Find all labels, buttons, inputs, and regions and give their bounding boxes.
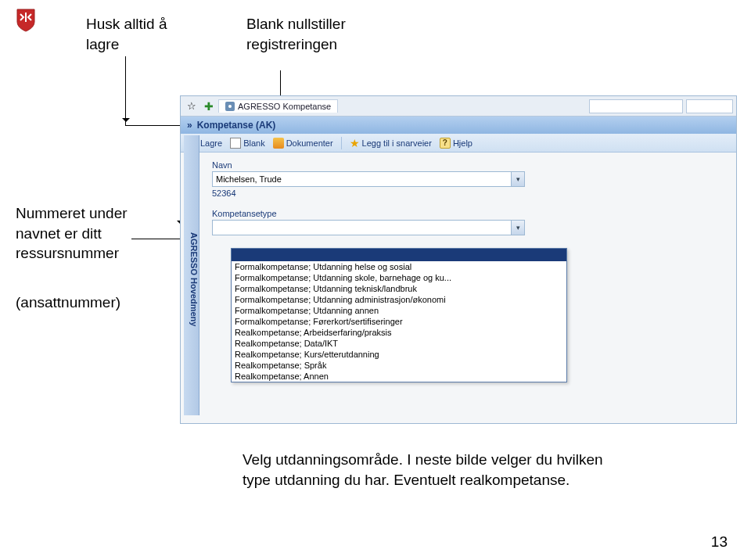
dropdown-option[interactable]: Realkompetanse; Annen bbox=[232, 371, 566, 382]
callout-employee-number: (ansattnummer) bbox=[16, 293, 156, 313]
name-dropdown-icon[interactable]: ▾ bbox=[511, 172, 524, 186]
kompetansetype-dropdown: Formalkompetanse; Utdanning helse og sos… bbox=[231, 248, 567, 382]
tab-label: AGRESSO Kompetanse bbox=[238, 102, 331, 111]
dropdown-option[interactable]: Realkompetanse; Data/IKT bbox=[232, 338, 566, 349]
add-shortcut-button[interactable]: ★ Legg til i snarveier bbox=[350, 137, 432, 149]
blank-icon bbox=[230, 138, 241, 149]
toolbar-divider bbox=[341, 137, 342, 149]
star-icon: ★ bbox=[350, 137, 360, 149]
dropdown-option[interactable]: Realkompetanse; Arbeidserfaring/praksis bbox=[232, 327, 566, 338]
tab-app-icon bbox=[225, 102, 235, 111]
chevron-icon[interactable]: » bbox=[187, 120, 192, 131]
toolbar: Lagre Blank Dokumenter ★ Legg til i snar… bbox=[181, 134, 736, 153]
callout-remember-save: Husk alltid å lagre bbox=[86, 14, 203, 54]
line-to-resnum bbox=[131, 239, 180, 239]
blank-button[interactable]: Blank bbox=[230, 138, 265, 149]
resource-number: 52364 bbox=[212, 188, 727, 198]
help-button[interactable]: ? Hjelp bbox=[440, 138, 473, 149]
tabbar-cell-2 bbox=[686, 99, 733, 113]
documents-icon bbox=[273, 138, 284, 149]
name-label: Navn bbox=[212, 160, 727, 170]
documents-button[interactable]: Dokumenter bbox=[273, 138, 333, 149]
callout-choose-area: Velg utdanningsområde. I neste bilde vel… bbox=[243, 450, 610, 490]
tab-bar: ☆ ✚ AGRESSO Kompetanse bbox=[181, 96, 736, 117]
dropdown-option[interactable]: Realkompetanse; Språk bbox=[232, 360, 566, 371]
title-bar: » Kompetanse (AK) bbox=[181, 117, 736, 134]
save-label: Lagre bbox=[200, 138, 222, 148]
tabbar-cell-1 bbox=[589, 99, 683, 113]
dropdown-option[interactable]: Realkompetanse; Kurs/etterutdanning bbox=[232, 349, 566, 360]
dropdown-selected-blank[interactable] bbox=[232, 249, 566, 261]
form-area: Navn Michelsen, Trude ▾ 52364 Kompetanse… bbox=[181, 153, 736, 243]
dropdown-option[interactable]: Formalkompetanse; Førerkort/sertifiserin… bbox=[232, 316, 566, 327]
tab-kompetanse[interactable]: AGRESSO Kompetanse bbox=[218, 99, 338, 113]
callout-resource-number: Nummeret under navnet er ditt ressursnum… bbox=[16, 203, 156, 264]
name-value: Michelsen, Trude bbox=[216, 174, 282, 184]
name-field[interactable]: Michelsen, Trude ▾ bbox=[212, 171, 525, 187]
favorite-icon[interactable]: ☆ bbox=[184, 100, 199, 112]
help-label: Hjelp bbox=[453, 138, 473, 148]
callout-blank-resets: Blank nullstiller registreringen bbox=[246, 14, 372, 54]
add-shortcut-label: Legg til i snarveier bbox=[362, 138, 432, 148]
add-tab-icon[interactable]: ✚ bbox=[201, 100, 217, 113]
dropdown-option[interactable]: Formalkompetanse; Utdanning teknisk/land… bbox=[232, 283, 566, 294]
shield-logo bbox=[16, 8, 36, 33]
dropdown-option[interactable]: Formalkompetanse; Utdanning helse og sos… bbox=[232, 261, 566, 272]
kompetansetype-label: Kompetansetype bbox=[212, 209, 727, 218]
dropdown-option[interactable]: Formalkompetanse; Utdanning annen bbox=[232, 305, 566, 316]
kompetansetype-field[interactable]: ▾ bbox=[212, 220, 525, 235]
dropdown-option[interactable]: Formalkompetanse; Utdanning skole, barne… bbox=[232, 272, 566, 283]
blank-label: Blank bbox=[243, 138, 265, 148]
arrow-to-save bbox=[125, 56, 126, 125]
page-number: 13 bbox=[711, 533, 728, 551]
kompetansetype-dropdown-icon[interactable]: ▾ bbox=[511, 221, 524, 235]
window-title: Kompetanse (AK) bbox=[197, 120, 276, 131]
documents-label: Dokumenter bbox=[286, 138, 333, 148]
help-icon: ? bbox=[440, 138, 451, 149]
app-window: ☆ ✚ AGRESSO Kompetanse » Kompetanse (AK)… bbox=[180, 95, 737, 424]
dropdown-option[interactable]: Formalkompetanse; Utdanning administrasj… bbox=[232, 294, 566, 305]
